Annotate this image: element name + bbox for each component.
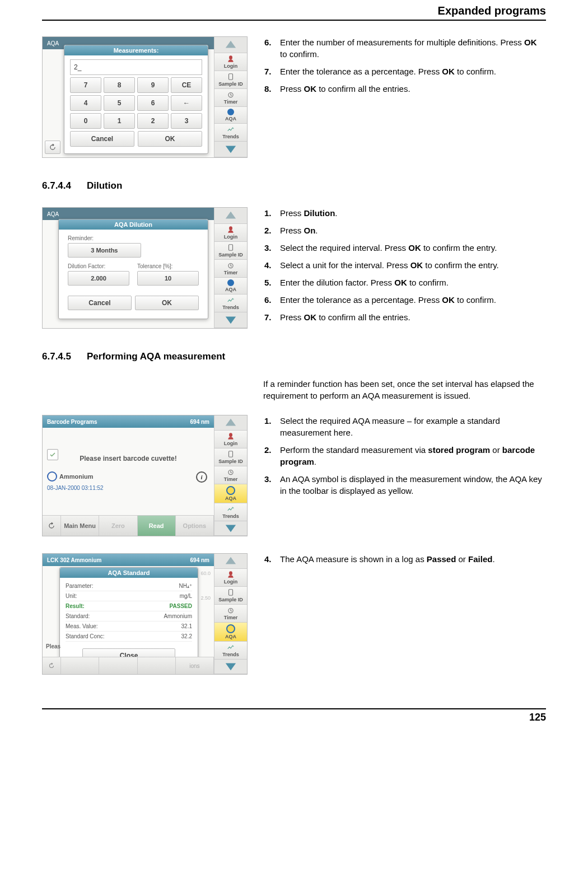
keypad-8[interactable]: 8 [104,77,135,93]
timer-button[interactable]: Timer [214,605,247,623]
rule-top [42,20,546,21]
checkbox-icon[interactable] [47,449,58,460]
svg-rect-0 [229,73,233,80]
trends-button[interactable]: Trends [214,503,247,521]
timestamp-label: 08-JAN-2000 03:11:52 [47,485,104,491]
keypad-0[interactable]: 0 [70,113,101,129]
options-button[interactable]: ions [176,657,214,674]
right-toolbar: Login Sample ID Timer AQA Trends [214,415,247,536]
toolbar-up-icon[interactable] [214,415,247,431]
bg-values: 60.0 2.50 [200,571,211,601]
toolbar-up-icon[interactable] [214,554,247,569]
main-menu-button[interactable]: Main Menu [61,516,99,536]
result-title-bar: LCK 302 Ammonium 694 nm [43,554,214,566]
toolbar-down-icon[interactable] [214,521,247,536]
aqa-button[interactable]: AQA [214,278,247,295]
screenshot-dilution: AQA AQA Dilution Reminder: 3 Months Dilu… [42,207,248,329]
row-unit: Unit:mg/L [66,591,192,601]
right-toolbar: Login Sample ID Timer AQA Trends [214,208,247,328]
block-aqa-result: LCK 302 Ammonium 694 nm 60.0 2.50 AQA St… [42,553,546,675]
step-item: 4.The AQA measure is shown in a log as P… [264,553,546,565]
bar-button [99,657,137,674]
cancel-button[interactable]: Cancel [70,131,134,147]
step-item: 3.An AQA symbol is displayed in the meas… [264,473,546,497]
step-item: 3.Select the required interval. Press OK… [264,242,546,254]
keypad-2[interactable]: 2 [137,113,169,129]
tolerance-label: Tolerance [%]: [137,263,199,269]
timer-button[interactable]: Timer [214,89,247,107]
step-item: 1.Select the required AQA measure – for … [264,415,546,438]
info-icon[interactable]: i [196,471,207,483]
keypad-4[interactable]: 4 [70,95,101,111]
keypad-5[interactable]: 5 [104,95,135,111]
login-button[interactable]: Login [214,53,247,71]
steps-block-3: 1.Select the required AQA measure – for … [264,415,546,497]
login-button[interactable]: Login [214,569,247,587]
row-result: Result:PASSED [66,601,192,611]
svg-rect-2 [229,244,233,250]
ammonium-icon [47,471,57,482]
row-standard-conc: Standard Conc:32.2 [66,632,192,642]
trends-button[interactable]: Trends [214,295,247,312]
keypad-9[interactable]: 9 [137,77,169,93]
toolbar-up-icon[interactable] [214,208,247,224]
keypad-3[interactable]: 3 [171,113,202,129]
back-icon[interactable] [43,516,61,536]
page-header: Expanded programs [42,0,546,20]
program-title: LCK 302 Ammonium [47,557,101,563]
toolbar-down-icon[interactable] [214,660,247,675]
reminder-field[interactable]: 3 Months [68,243,141,258]
login-button[interactable]: Login [214,224,247,242]
ok-button[interactable]: OK [135,296,199,310]
step-item: 7.Press OK to confirm all the entries. [264,311,546,323]
toolbar-up-icon[interactable] [214,37,247,53]
read-button[interactable]: Read [138,516,176,536]
login-button[interactable]: Login [214,431,247,448]
section-dilution: 6.7.4.4Dilution [42,180,546,191]
steps-block-1: 6.Enter the number of measurements for m… [264,36,546,95]
dilution-dialog: AQA Dilution Reminder: 3 Months Dilution… [58,219,208,319]
sampleid-button[interactable]: Sample ID [214,448,247,466]
screenshot-aqa-result: LCK 302 Ammonium 694 nm 60.0 2.50 AQA St… [42,553,248,675]
zero-button[interactable]: Zero [99,516,137,536]
step-item: 4.Select a unit for the interval. Press … [264,259,546,271]
toolbar-down-icon[interactable] [214,312,247,329]
keypad-grid: 7 8 9 CE 4 5 6 ← 0 1 2 3 [70,77,202,129]
bottom-bar: Main Menu Zero Read Options [43,515,214,536]
sampleid-button[interactable]: Sample ID [214,71,247,89]
svg-rect-4 [229,451,233,457]
cancel-button[interactable]: Cancel [68,296,132,310]
timer-button[interactable]: Timer [214,260,247,278]
screenshot-barcode: Barcode Programs 694 nm Please insert ba… [42,415,248,536]
dilution-factor-field[interactable]: 2.000 [68,271,129,286]
bar-button [61,657,99,674]
aqa-button[interactable]: AQA [214,107,247,124]
rule-bottom [42,708,546,709]
svg-rect-6 [229,589,233,595]
back-icon[interactable] [43,657,61,674]
step-item: 5.Enter the dilution factor. Press OK to… [264,277,546,288]
measurements-value[interactable]: 2_ [70,59,202,75]
reminder-label: Reminder: [68,235,199,241]
keypad-6[interactable]: 6 [137,95,169,111]
back-icon[interactable] [45,141,60,154]
aqa-icon [226,624,235,633]
ok-button[interactable]: OK [138,131,202,147]
sampleid-button[interactable]: Sample ID [214,587,247,605]
options-button[interactable]: Options [176,516,214,536]
barcode-title: Barcode Programs [47,419,97,425]
tolerance-field[interactable]: 10 [137,271,199,286]
trends-button[interactable]: Trends [214,642,247,660]
aqa-intro-text: If a reminder function has been set, onc… [263,378,546,401]
aqa-button-yellow[interactable]: AQA [214,484,247,503]
result-table: Parameter:NH₄⁺ Unit:mg/L Result:PASSED S… [60,578,198,643]
trends-button[interactable]: Trends [214,124,247,142]
aqa-button-yellow[interactable]: AQA [214,623,247,642]
toolbar-down-icon[interactable] [214,142,247,158]
keypad-ce[interactable]: CE [171,77,202,93]
keypad-7[interactable]: 7 [70,77,101,93]
sampleid-button[interactable]: Sample ID [214,242,247,260]
keypad-1[interactable]: 1 [104,113,135,129]
keypad-backspace[interactable]: ← [171,95,202,111]
timer-button[interactable]: Timer [214,466,247,484]
